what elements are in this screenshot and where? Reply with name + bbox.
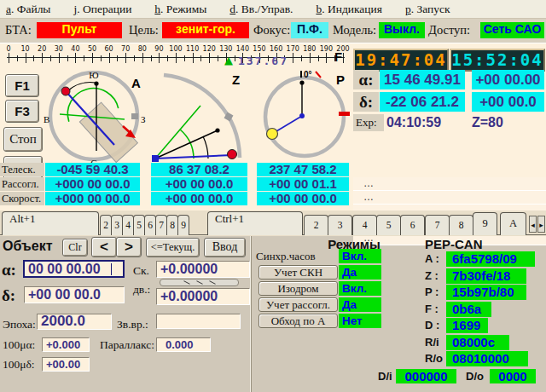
- ruler-tick-label: 50: [84, 45, 100, 53]
- object-speed-delta-input[interactable]: +0.00000: [156, 288, 250, 305]
- tab-ctrl-3[interactable]: 3: [328, 215, 352, 235]
- ruler-tick: [17, 55, 18, 61]
- ruler-tick: [134, 55, 135, 61]
- target-label: Цель:: [129, 23, 159, 37]
- ruler-tick-label: 170: [285, 45, 300, 53]
- ruler-tick: [142, 53, 143, 63]
- delta-correction: +00 00.0: [472, 92, 544, 112]
- tab-ctrl-2[interactable]: 2: [304, 215, 328, 235]
- pepcan-label: A :: [425, 251, 439, 267]
- menu-item-d[interactable]: d. Вв./Управ.: [229, 3, 293, 16]
- tab-ctrl-9[interactable]: 9: [473, 212, 497, 235]
- tab-ctrl-4[interactable]: 4: [352, 215, 377, 235]
- zenith-dial: Z: [150, 71, 258, 168]
- ruler-tick-label: 0: [1, 45, 16, 53]
- parallax-input[interactable]: 0.000: [156, 337, 211, 352]
- mode-button-1[interactable]: Учет СКН: [258, 265, 338, 280]
- pepcan-value-badge: 08000c: [446, 335, 509, 350]
- enter-button[interactable]: Ввод: [204, 238, 246, 257]
- clear-button[interactable]: Clr: [62, 239, 88, 257]
- menu-item-h[interactable]: h. Режимы: [154, 3, 206, 16]
- ruler-tick: [9, 53, 9, 63]
- tab-alt-8[interactable]: 8: [166, 215, 178, 235]
- object-panel: Объект Clr < > <=Текущ. Ввод α: 00 00 00…: [0, 236, 250, 392]
- ruler-tick: [125, 53, 126, 63]
- rotator-dial: 0° P: [258, 69, 354, 168]
- object-alpha-input[interactable]: 00 00 00.00: [23, 260, 125, 278]
- tab-ctrl-8[interactable]: 8: [449, 215, 473, 235]
- prev-object-button[interactable]: <: [91, 237, 117, 257]
- object-speed-alpha-input[interactable]: +0.00000: [156, 261, 250, 278]
- pepcan-label: R/o: [425, 351, 443, 366]
- message-row: …: [353, 191, 546, 205]
- di-label: D/i: [378, 370, 392, 383]
- mode-value-badge: Да: [339, 265, 381, 280]
- ruler-tick: [26, 53, 26, 63]
- menu-item-j[interactable]: j. Операции: [73, 3, 131, 16]
- delta-value: -22 06 21.2: [380, 92, 465, 112]
- stop-button[interactable]: Стоп: [3, 127, 43, 152]
- ruler-tick-label: 190: [318, 45, 334, 53]
- ruler-tick-label: 80: [135, 45, 150, 53]
- copy-current-button[interactable]: <=Текущ.: [146, 238, 200, 257]
- f3-button[interactable]: F3: [5, 100, 39, 123]
- tab-alt-2[interactable]: 2: [100, 215, 112, 235]
- epoch-label: Эпоха:: [3, 318, 36, 331]
- tab-alt-9[interactable]: 9: [177, 215, 189, 235]
- ruler-tick: [59, 53, 60, 63]
- object-delta-input[interactable]: +00 00 00.0: [24, 286, 125, 303]
- ruler-marker-value: 137.67: [238, 55, 288, 67]
- tab-ctrl-7[interactable]: 7: [425, 215, 450, 235]
- table-cell-p: +00 00 01.1: [257, 177, 349, 191]
- compass-west: З: [141, 114, 146, 124]
- ruler-tick: [293, 53, 293, 63]
- speed-drag-handle[interactable]: [160, 279, 239, 286]
- next-object-button[interactable]: >: [116, 237, 142, 257]
- ruler-tick: [159, 53, 160, 63]
- tab-alt-1[interactable]: Alt+1: [2, 211, 99, 235]
- pepcan-label: Z :: [425, 268, 439, 284]
- message-row: …: [353, 177, 546, 191]
- table-cell-a: +000 00 00.0: [45, 192, 140, 205]
- menu-item-b[interactable]: b. Индикация: [316, 3, 382, 16]
- mode-button-4[interactable]: Обход по А: [258, 314, 338, 328]
- mode-button-3[interactable]: Учет рассогл.: [258, 297, 338, 312]
- tab-alt-7[interactable]: 7: [155, 215, 167, 235]
- mu-delta-input[interactable]: +00.00: [42, 357, 90, 372]
- zenith-target-marker: [228, 150, 237, 159]
- table-cell-a: -045 59 40.3: [45, 163, 140, 176]
- pepcan-value-badge: 1699: [446, 318, 488, 333]
- pepcan-label: P :: [425, 285, 439, 300]
- tab-ctrl-1[interactable]: Ctrl+1: [207, 211, 303, 235]
- tab-alt-6[interactable]: 6: [144, 215, 156, 235]
- ruler-tick: [193, 53, 194, 63]
- menu-item-a[interactable]: a. Файлы: [6, 3, 50, 16]
- tab-alt-3[interactable]: 3: [111, 215, 123, 235]
- dial-z-label: Z: [232, 72, 240, 87]
- menu-item-p[interactable]: p. Запуск: [405, 3, 450, 16]
- speed-label-bottom: дв.:: [133, 283, 150, 297]
- ruler-tick-label: 70: [118, 45, 133, 53]
- tab-ctrl-5[interactable]: 5: [376, 215, 401, 235]
- do-label: D/o: [466, 370, 484, 383]
- di-value-badge: 000000: [396, 369, 456, 383]
- tab-ctrl-6[interactable]: 6: [400, 215, 425, 235]
- epoch-input[interactable]: 2000.0: [37, 314, 112, 330]
- mu-alpha-input[interactable]: +0.000: [42, 337, 90, 352]
- tab-ctrl-a[interactable]: A: [500, 212, 526, 235]
- tab-alt-4[interactable]: 4: [122, 215, 134, 235]
- ruler-tick: [343, 53, 344, 63]
- ruler-tick: [151, 55, 152, 61]
- tab-scroll-left-icon[interactable]: ◂: [529, 216, 537, 233]
- ruler-tick-label: 100: [168, 45, 183, 53]
- mode-button-2[interactable]: Изодром: [258, 281, 338, 296]
- tab-alt-5[interactable]: 5: [133, 215, 145, 235]
- bta-label: БТА:: [5, 23, 32, 37]
- ruler-tick-label: 140: [235, 45, 250, 53]
- f1-button[interactable]: F1: [5, 74, 39, 97]
- access-badge: Сеть САО: [480, 22, 544, 38]
- sidereal-input[interactable]: [156, 314, 241, 329]
- modes-pepcan-panel: Режимы PEP-CAN Синхр.часовВкл.Учет СКНДа…: [251, 236, 546, 392]
- tab-scroll-right-icon[interactable]: ▸: [537, 216, 545, 233]
- table-cell-p: +00 00 00.0: [257, 192, 349, 205]
